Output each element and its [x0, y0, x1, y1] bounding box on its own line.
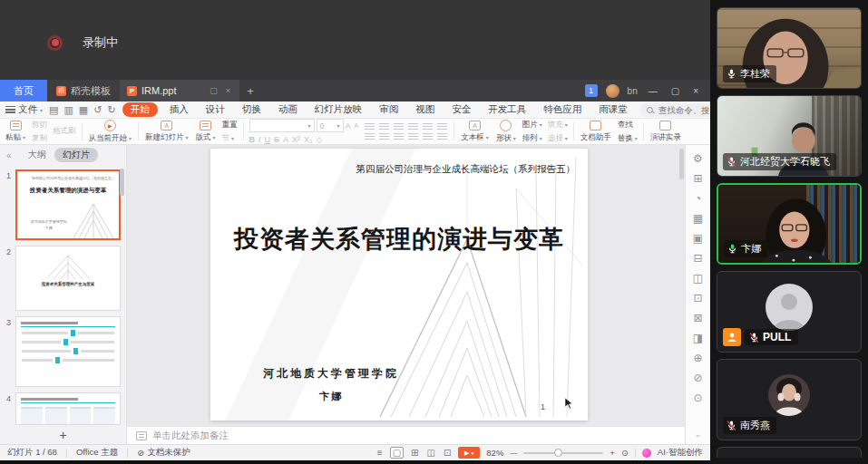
layout-button[interactable]: 版式▾: [192, 121, 219, 143]
slide-sorter-icon[interactable]: ⊞: [410, 448, 419, 458]
doc-assistant-button[interactable]: 文档助手: [577, 121, 615, 143]
replace-button[interactable]: 替换: [618, 133, 633, 144]
superscript-button[interactable]: X²: [292, 135, 300, 144]
add-slide-button[interactable]: +: [0, 429, 126, 444]
text-box-button[interactable]: 文本框▾: [457, 121, 493, 143]
canvas-scrollbar[interactable]: [679, 149, 684, 179]
preview-icon[interactable]: ▦: [79, 104, 88, 116]
protection-status[interactable]: ⊘ 文档未保护: [137, 447, 190, 459]
play-from-current-button[interactable]: ▶ 从当前开始▾: [85, 120, 136, 144]
arrange-button[interactable]: 排列: [522, 133, 538, 144]
ribbon-tab-animation[interactable]: 动画: [273, 102, 303, 117]
font-size-combo[interactable]: 0▾: [317, 119, 344, 132]
fill-button[interactable]: 填充: [548, 120, 563, 130]
tab-preview-icon[interactable]: ▢: [208, 86, 219, 95]
minimize-button[interactable]: —: [646, 86, 660, 96]
slides-tab[interactable]: 幻灯片: [54, 148, 98, 162]
user-avatar[interactable]: [606, 84, 619, 98]
participant-tile-partial[interactable]: [717, 447, 862, 458]
redo-icon[interactable]: ↻: [107, 104, 115, 116]
participant-tile-pull[interactable]: PULL: [717, 271, 862, 353]
participant-tile-bianna[interactable]: 卞娜: [717, 183, 862, 265]
panel-collapse-icon[interactable]: «: [6, 150, 12, 160]
select-button[interactable]: 选择: [548, 133, 563, 144]
copy-button[interactable]: 复制: [32, 133, 47, 144]
more-tools-icon[interactable]: ⌄: [695, 430, 702, 439]
ribbon-tab-home[interactable]: 开始: [122, 102, 158, 117]
ribbon-tab-devtools[interactable]: 开发工具: [483, 102, 532, 117]
print-icon[interactable]: ▥: [63, 104, 73, 116]
new-slide-button[interactable]: 新建幻灯片▾: [141, 121, 192, 143]
picture-button[interactable]: 图片: [522, 120, 538, 130]
new-doc-icon[interactable]: ▤: [49, 104, 58, 116]
chart-icon[interactable]: ▣: [693, 232, 703, 245]
slideshow-play-button[interactable]: ▶▾: [458, 447, 480, 459]
ribbon-tab-insert[interactable]: 插入: [164, 102, 194, 117]
ribbon-tab-rain-classroom[interactable]: 雨课堂: [593, 102, 633, 117]
underline-button[interactable]: U: [265, 135, 271, 144]
text-direction-icon[interactable]: [437, 123, 447, 130]
strike-button[interactable]: S: [274, 135, 279, 144]
participant-tile-ligirong[interactable]: 李桂荣: [717, 7, 862, 89]
clear-format-button[interactable]: ◇: [317, 135, 323, 144]
align-right-icon[interactable]: [394, 133, 404, 140]
ribbon-tab-view[interactable]: 视图: [410, 102, 440, 117]
zoom-slider[interactable]: [523, 452, 603, 454]
settings-icon[interactable]: ⚙: [693, 152, 703, 165]
format-painter-button[interactable]: 格式刷: [53, 126, 76, 137]
cut-button[interactable]: 剪切: [32, 120, 47, 130]
slide-editor[interactable]: 第四届公司治理与企业成长高端论坛（系列报告五） 投资者关系管理的演进与变革 河北…: [210, 149, 588, 420]
new-tab-button[interactable]: +: [239, 80, 261, 102]
paste-button[interactable]: 粘贴▾: [2, 121, 29, 143]
find-button[interactable]: 查找: [618, 120, 638, 130]
ribbon-tab-design[interactable]: 设计: [200, 102, 230, 117]
subscript-button[interactable]: X₂: [304, 135, 313, 144]
ribbon-tab-transition[interactable]: 切换: [237, 102, 267, 117]
bold-button[interactable]: B: [249, 135, 256, 144]
image-pane-icon[interactable]: ⊠: [693, 312, 702, 324]
ribbon-tab-features[interactable]: 特色应用: [538, 102, 587, 117]
plugin-icon[interactable]: ⊕: [693, 352, 702, 364]
participant-tile-shixiaofei[interactable]: 河北经贸大学石晓飞: [717, 95, 862, 177]
font-color-button[interactable]: A: [283, 135, 288, 144]
participant-tile-nanxiuyan[interactable]: 南秀燕: [717, 359, 862, 440]
ribbon-tab-review[interactable]: 审阅: [374, 102, 404, 117]
distribute-icon[interactable]: [423, 133, 433, 140]
align-left-icon[interactable]: [365, 133, 375, 140]
shapes-button[interactable]: 形状▾: [493, 120, 520, 144]
increase-font-icon[interactable]: A: [346, 121, 351, 130]
tab-home[interactable]: 首页: [0, 80, 47, 102]
reset-button[interactable]: 重置: [222, 120, 238, 130]
slide-thumbnail-3[interactable]: [15, 316, 121, 387]
slide-thumbnail-2[interactable]: 投资者关系管理的产生与发展: [15, 246, 121, 311]
columns-icon[interactable]: [437, 133, 447, 140]
restore-button[interactable]: ▢: [668, 86, 682, 96]
slide-thumbnail-1[interactable]: 第四届公司治理与企业成长高端论坛（系列报告五） 投资者关系管理的演进与变革 河北…: [15, 169, 121, 240]
line-spacing-icon[interactable]: [423, 123, 433, 130]
filter-icon[interactable]: ⊟: [693, 252, 702, 265]
layout-pane-icon[interactable]: ◫: [693, 272, 703, 285]
grid-icon[interactable]: ▦: [693, 212, 703, 225]
zoom-in-button[interactable]: +: [610, 448, 615, 458]
notification-badge[interactable]: 1: [585, 84, 598, 97]
color-scheme-icon[interactable]: ◔: [695, 192, 701, 205]
theme-name[interactable]: Office 主题: [76, 447, 118, 459]
zoom-out-button[interactable]: —: [510, 449, 517, 457]
indent-increase-icon[interactable]: [408, 123, 418, 130]
clock-icon[interactable]: ⊘: [693, 372, 702, 384]
bullets-icon[interactable]: [365, 123, 375, 130]
apps-icon[interactable]: ⊞: [693, 172, 702, 185]
notes-view-icon[interactable]: ≡: [376, 448, 384, 458]
italic-button[interactable]: I: [258, 135, 261, 144]
sound-icon[interactable]: ◨: [693, 332, 703, 344]
reading-view-icon[interactable]: ◫: [425, 448, 435, 458]
ai-assistant-icon[interactable]: [642, 449, 651, 458]
thumbnail-scrollbar[interactable]: [120, 169, 124, 196]
close-button[interactable]: ×: [690, 86, 701, 96]
slide-thumbnail-4[interactable]: [15, 392, 121, 425]
tab-close-icon[interactable]: ×: [224, 86, 232, 95]
notes-bar[interactable]: 单击此处添加备注: [127, 426, 685, 444]
ribbon-tab-slideshow[interactable]: 幻灯片放映: [309, 102, 368, 117]
indent-decrease-icon[interactable]: [394, 123, 404, 130]
tab-document[interactable]: P IRM.ppt ▢ ×: [120, 80, 239, 102]
